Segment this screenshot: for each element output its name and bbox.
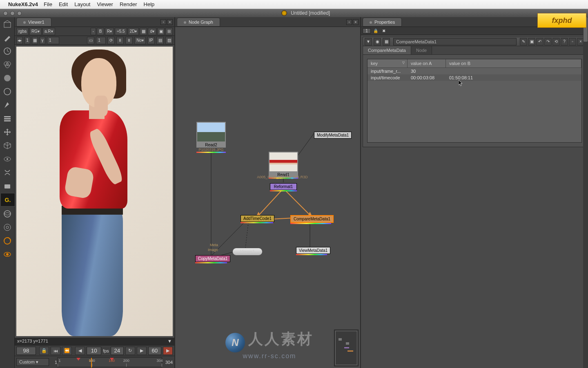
pause-button[interactable]: ⏸ xyxy=(116,37,124,44)
viewer-image-area[interactable] xyxy=(16,47,173,336)
stripes-button[interactable]: ▨ xyxy=(165,37,173,44)
fullframe-button[interactable]: ⊞ xyxy=(165,28,173,35)
nodegraph-canvas[interactable]: Read2 P1020328.JPG Read1 A005_C049_08216… xyxy=(175,27,360,368)
channel-tool-icon[interactable] xyxy=(0,58,15,71)
node-addtimecode1[interactable]: AddTimeCode1 xyxy=(241,215,274,223)
roi-button[interactable]: ▣ xyxy=(157,28,165,35)
play-back-button[interactable]: ◀ xyxy=(75,347,85,355)
menu-help[interactable]: Help xyxy=(144,1,155,7)
inputprocess-select[interactable]: No▾ xyxy=(134,37,146,44)
table-row[interactable]: input/frame_r... 30 xyxy=(368,68,581,74)
panel-close-button[interactable]: × xyxy=(353,19,359,25)
furnace-tool-icon[interactable]: G. xyxy=(0,193,15,206)
column-value-b[interactable]: value on B xyxy=(446,59,581,67)
node-reformat1[interactable]: Reformat1 xyxy=(270,183,297,191)
toolkit-tool-icon[interactable] xyxy=(0,220,15,234)
menu-edit[interactable]: Edit xyxy=(59,1,68,7)
proxy-select[interactable]: 1 xyxy=(96,37,106,44)
gamma-button[interactable]: γ xyxy=(40,37,45,44)
node-viewer1[interactable]: Viewer1 xyxy=(232,248,263,256)
properties-count[interactable]: 1 xyxy=(363,28,371,34)
column-value-a[interactable]: value on A xyxy=(408,59,446,67)
other-tool-icon[interactable] xyxy=(0,179,15,193)
panel-float-button[interactable]: ▫ xyxy=(160,19,166,25)
transform-tool-icon[interactable] xyxy=(0,125,15,139)
tab-node[interactable]: Node xyxy=(411,46,432,54)
next-key-button[interactable]: ▶ xyxy=(163,347,173,355)
menu-viewer[interactable]: Viewer xyxy=(97,1,113,7)
increment-field[interactable] xyxy=(148,347,161,355)
prev-keyframe-button[interactable]: ◂▸ xyxy=(16,37,23,44)
current-frame-field[interactable] xyxy=(16,347,36,355)
menu-render[interactable]: Render xyxy=(120,1,137,7)
merge-tool-icon[interactable] xyxy=(0,112,15,125)
views-tool-icon[interactable] xyxy=(0,152,15,166)
table-row[interactable]: input/timecode 00:00:03:08 01:50:08:11 xyxy=(368,74,581,81)
zoom-window-icon[interactable] xyxy=(17,11,22,16)
eye-tool-icon[interactable] xyxy=(0,247,15,261)
clip-button[interactable]: ▭ xyxy=(87,37,94,44)
close-window-icon[interactable] xyxy=(3,11,8,16)
prev-key-button[interactable]: ⏪ xyxy=(62,347,72,355)
ip-button[interactable]: IP xyxy=(147,37,155,44)
undo-button[interactable]: ↶ xyxy=(536,38,543,45)
node-modifymetadata1[interactable]: ModifyMetaData1 xyxy=(314,132,352,139)
ocula-tool-icon[interactable] xyxy=(0,207,15,220)
clear-all-button[interactable]: ✖ xyxy=(381,29,387,33)
filter-tool-icon[interactable] xyxy=(0,85,15,98)
panel-close-button[interactable]: × xyxy=(167,19,173,25)
3d-tool-icon[interactable] xyxy=(0,139,15,152)
lut-button[interactable]: ▤ xyxy=(156,37,164,44)
copy-button[interactable]: ▣ xyxy=(528,38,535,45)
nodegraph-tab[interactable]: Node Graph xyxy=(177,18,220,27)
status-expand-icon[interactable]: ▼ xyxy=(167,339,172,343)
goto-first-button[interactable]: ⏮ xyxy=(51,347,60,355)
properties-tab[interactable]: Properties xyxy=(363,18,402,27)
lock-button[interactable]: 🔒 xyxy=(39,347,49,355)
layer-ar-select[interactable]: a.R▾ xyxy=(42,28,55,35)
vertical-scrollbar[interactable] xyxy=(583,17,588,368)
frame-step[interactable]: 1 xyxy=(24,37,30,44)
stereo-button[interactable]: ▦ xyxy=(140,28,147,35)
node-comparemetadata1[interactable]: CompareMetaData1 xyxy=(290,215,334,224)
dimension-select[interactable]: 2D▾ xyxy=(128,28,139,35)
timeline-ruler[interactable]: 98 160 1 100 200 304 xyxy=(57,357,162,367)
node-copymetadata1[interactable]: CopyMetaData1 xyxy=(195,255,230,263)
loop-button[interactable]: ↻ xyxy=(125,347,135,355)
node-viewmetadata1[interactable]: ViewMetaData1 xyxy=(296,247,330,255)
wipe-select[interactable]: - xyxy=(91,28,96,35)
column-key[interactable]: key▽ xyxy=(368,59,408,67)
gamma-value[interactable]: 1 xyxy=(47,37,59,44)
metadata-tool-icon[interactable] xyxy=(0,166,15,179)
keyer-tool-icon[interactable] xyxy=(0,98,15,112)
edit-button[interactable]: ✎ xyxy=(520,38,527,45)
ruler-mode-select[interactable]: Custom ▾ xyxy=(16,358,49,366)
help-button[interactable]: ? xyxy=(561,38,568,45)
image-tool-icon[interactable] xyxy=(0,17,15,31)
node-name-field[interactable]: CompareMetaData1 xyxy=(393,38,517,45)
input-b-button[interactable]: B xyxy=(97,28,104,35)
viewer-tab[interactable]: Viewer1 xyxy=(16,18,51,27)
pause2-button[interactable]: ⏸ xyxy=(125,37,133,44)
menu-layout[interactable]: Layout xyxy=(74,1,90,7)
tab-comparemetadata[interactable]: CompareMetaData xyxy=(363,46,411,54)
overlay-button[interactable]: ▦ xyxy=(32,37,38,44)
lock-all-button[interactable]: 🔒 xyxy=(372,29,379,33)
color-tool-icon[interactable] xyxy=(0,71,15,85)
node-read2[interactable]: Read2 P1020328.JPG xyxy=(196,122,226,153)
nodegraph-minimap[interactable] xyxy=(334,330,359,366)
menu-file[interactable]: File xyxy=(44,1,52,7)
refresh-button[interactable]: ⟳ xyxy=(107,37,115,44)
time-tool-icon[interactable] xyxy=(0,44,15,58)
revert-button[interactable]: ⟲ xyxy=(552,38,560,45)
panel-float-button[interactable]: ▫ xyxy=(346,19,352,25)
step-field[interactable] xyxy=(87,347,101,355)
zoom-field[interactable]: ÷5.5 xyxy=(115,28,127,35)
collapse-button[interactable]: ▼ xyxy=(365,38,372,45)
fps-field[interactable] xyxy=(111,347,124,355)
layer-rg-select[interactable]: RG▾ xyxy=(29,28,42,35)
app-name[interactable]: NukeX6.2v4 xyxy=(8,1,38,7)
play-forward-button[interactable]: ▶ xyxy=(137,347,147,355)
redo-button[interactable]: ↷ xyxy=(544,38,552,45)
ruler-in-marker[interactable] xyxy=(76,358,80,361)
